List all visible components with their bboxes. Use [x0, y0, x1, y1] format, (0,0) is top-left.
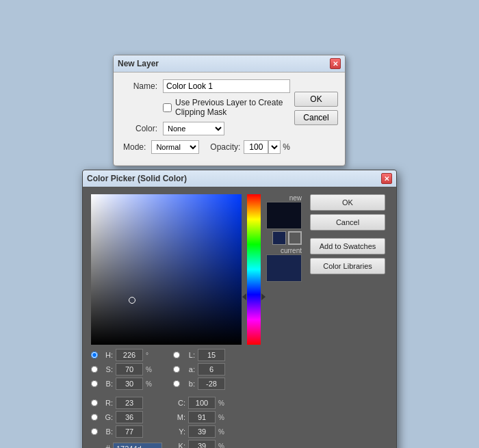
b-row-radio[interactable]	[173, 380, 180, 387]
R-label: R:	[101, 399, 113, 407]
B-radio[interactable]	[91, 380, 98, 387]
G-label: G:	[101, 413, 113, 421]
color-libraries-button[interactable]: Color Libraries	[310, 258, 385, 274]
L-row: L:	[173, 349, 228, 361]
hash-row: #	[91, 443, 162, 448]
G-input[interactable]	[116, 411, 143, 423]
color-picker-dialog: Color Picker (Solid Color) ✕ new current	[82, 170, 397, 448]
a-input[interactable]	[198, 363, 225, 375]
hsb-rgb-fields: H: ° S: % B: % R:	[91, 349, 162, 448]
a-radio[interactable]	[173, 366, 180, 373]
clipping-mask-row: Use Previous Layer to Create Clipping Ma…	[163, 98, 290, 117]
mode-select[interactable]: Normal	[151, 140, 199, 154]
S-label: S:	[101, 365, 113, 373]
H-input[interactable]	[116, 349, 143, 361]
clipping-mask-checkbox[interactable]	[163, 103, 172, 112]
color-picker-titlebar: Color Picker (Solid Color) ✕	[83, 170, 396, 187]
swatch-square[interactable]	[272, 231, 286, 245]
Bval-row: B:	[91, 425, 162, 438]
B-unit: %	[146, 380, 155, 388]
R-input[interactable]	[116, 397, 143, 409]
Y-row: Y: %	[173, 425, 228, 438]
opacity-arrow[interactable]	[268, 140, 281, 154]
new-label: new	[289, 194, 302, 202]
M-row: M: %	[173, 411, 228, 423]
color-picker-ok-button[interactable]: OK	[310, 194, 385, 211]
color-picker-cancel-button[interactable]: Cancel	[310, 214, 385, 230]
C-input[interactable]	[188, 397, 216, 409]
color-select[interactable]: None	[163, 122, 224, 135]
Bval-input[interactable]	[116, 425, 143, 438]
name-label: Name:	[122, 81, 157, 91]
color-label: Color:	[122, 124, 157, 133]
S-row: S: %	[91, 363, 162, 375]
opacity-label: Opacity:	[210, 142, 240, 152]
mode-row: Mode: Normal Opacity: %	[122, 140, 290, 154]
opacity-row: Opacity: %	[199, 140, 290, 154]
K-label: K:	[173, 442, 185, 448]
new-layer-dialog: New Layer ✕ Name: Use Previous Layer to …	[113, 55, 346, 166]
R-row: R:	[91, 397, 162, 409]
Y-label: Y:	[173, 427, 185, 436]
color-picker-title: Color Picker (Solid Color)	[87, 174, 187, 183]
current-label: current	[281, 247, 302, 254]
H-label: H:	[101, 351, 113, 359]
H-unit: °	[146, 352, 155, 359]
H-radio[interactable]	[91, 352, 98, 358]
L-input[interactable]	[198, 349, 225, 361]
swatch-outline[interactable]	[288, 231, 302, 245]
hue-slider[interactable]	[247, 194, 261, 345]
Y-input[interactable]	[188, 425, 216, 438]
gradient-black-layer	[91, 194, 242, 345]
B-row: B: %	[91, 378, 162, 390]
K-unit: %	[218, 443, 228, 449]
M-unit: %	[218, 414, 228, 421]
C-label: C:	[173, 399, 185, 407]
new-layer-title: New Layer	[118, 59, 159, 68]
new-layer-buttons: OK Cancel	[294, 92, 338, 125]
add-to-swatches-button[interactable]: Add to Swatches	[310, 238, 385, 254]
new-color-preview	[266, 202, 302, 229]
color-picker-close-button[interactable]: ✕	[381, 173, 392, 184]
Y-unit: %	[218, 428, 228, 436]
b-label: b:	[183, 380, 195, 388]
C-row: C: %	[173, 397, 228, 409]
b-row: b:	[173, 378, 228, 390]
B-label: B:	[101, 380, 113, 388]
current-color-preview	[266, 254, 302, 282]
hue-arrow-right	[242, 293, 246, 300]
a-row: a:	[173, 363, 228, 375]
opacity-input[interactable]	[244, 140, 268, 154]
L-label: L:	[183, 351, 195, 359]
name-input[interactable]	[163, 79, 290, 93]
mode-label: Mode:	[122, 142, 146, 152]
S-input[interactable]	[116, 363, 143, 375]
a-label: a:	[183, 365, 195, 373]
B-input[interactable]	[116, 378, 143, 390]
name-row: Name:	[122, 79, 290, 93]
color-gradient-picker[interactable]	[91, 194, 242, 345]
new-layer-titlebar: New Layer ✕	[114, 55, 345, 73]
hash-input[interactable]	[113, 443, 162, 448]
M-input[interactable]	[188, 411, 216, 423]
Bval-radio[interactable]	[91, 428, 98, 435]
lab-cmyk-fields: L: a: b: C: %	[173, 349, 228, 448]
new-layer-cancel-button[interactable]: Cancel	[294, 110, 338, 125]
S-unit: %	[146, 366, 155, 373]
clipping-mask-label: Use Previous Layer to Create Clipping Ma…	[175, 98, 290, 117]
color-row: Color: None	[122, 122, 290, 135]
new-layer-close-button[interactable]: ✕	[330, 58, 341, 69]
C-unit: %	[218, 399, 228, 407]
R-radio[interactable]	[91, 399, 98, 406]
hue-arrow-left	[261, 293, 266, 300]
G-radio[interactable]	[91, 414, 98, 421]
G-row: G:	[91, 411, 162, 423]
new-layer-ok-button[interactable]: OK	[294, 92, 338, 107]
K-row: K: %	[173, 440, 228, 448]
S-radio[interactable]	[91, 366, 98, 373]
L-radio[interactable]	[173, 352, 180, 358]
K-input[interactable]	[188, 440, 216, 448]
opacity-unit: %	[283, 142, 290, 152]
b-input[interactable]	[198, 378, 225, 390]
Bval-label: B:	[101, 427, 113, 436]
